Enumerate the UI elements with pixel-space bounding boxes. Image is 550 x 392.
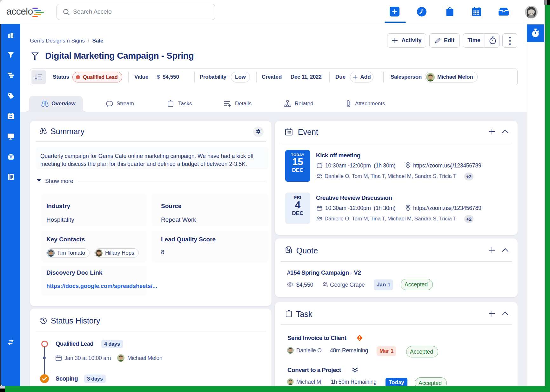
- svg-text:$: $: [10, 156, 11, 159]
